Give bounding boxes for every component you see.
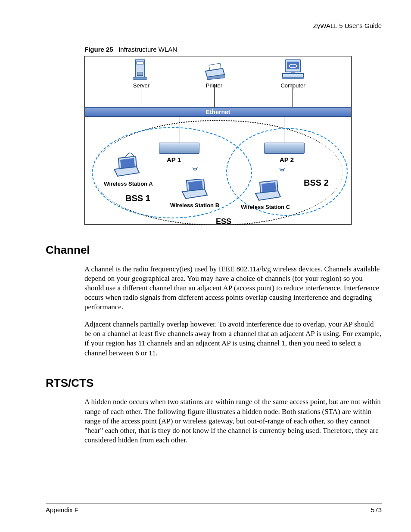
wireless-station-a-icon — [111, 156, 141, 180]
ethernet-bus: Ethernet — [85, 107, 351, 117]
server-label: Server — [128, 82, 155, 90]
wireless-station-a-label: Wireless Station A — [104, 180, 153, 188]
svg-rect-18 — [283, 77, 303, 79]
svg-rect-14 — [287, 62, 299, 69]
svg-rect-1 — [137, 62, 143, 64]
section-heading-channel: Channel — [46, 243, 382, 258]
section-heading-rtscts: RTS/CTS — [46, 376, 382, 391]
paragraph-rtscts-1: A hidden node occurs when two stations a… — [84, 397, 382, 445]
ap1-icon — [159, 143, 199, 154]
wireless-station-c-label: Wireless Station C — [241, 204, 290, 211]
svg-rect-17 — [283, 74, 303, 77]
ess-label: ESS — [216, 217, 231, 225]
ap2-label: AP 2 — [280, 156, 294, 164]
svg-marker-21 — [114, 167, 139, 176]
printer-icon: Printer — [197, 62, 231, 90]
figure-caption-text: Infrastructure WLAN — [118, 46, 177, 53]
ap2-icon — [264, 143, 305, 154]
bss1-label: BSS 1 — [125, 193, 150, 204]
footer-rule — [46, 504, 382, 504]
wireless-signal-icon — [191, 166, 199, 173]
bss2-label: BSS 2 — [304, 177, 329, 188]
printer-label: Printer — [197, 82, 231, 90]
wireless-station-b-icon — [179, 179, 209, 203]
bss2-oval — [226, 128, 348, 216]
svg-marker-27 — [255, 191, 280, 200]
header-rule — [46, 33, 382, 33]
figure-caption: Figure 25 Infrastructure WLAN — [84, 45, 382, 54]
computer-label: Computer — [278, 82, 308, 90]
svg-rect-9 — [134, 77, 146, 80]
wireless-signal-icon — [278, 167, 286, 174]
wireless-station-c-icon — [252, 180, 282, 205]
page-footer: Appendix F 573 — [46, 504, 382, 514]
footer-left: Appendix F — [46, 506, 78, 514]
footer-right: 573 — [371, 506, 382, 514]
computer-icon: Computer — [278, 59, 308, 90]
paragraph-channel-1: A channel is the radio frequency(ies) us… — [84, 264, 382, 312]
wireless-signal-icon — [125, 151, 135, 159]
paragraph-channel-2: Adjacent channels partially overlap howe… — [84, 320, 382, 358]
ap1-label: AP 1 — [167, 156, 181, 164]
wireless-station-b-label: Wireless Station B — [170, 202, 219, 209]
server-icon: Server — [128, 59, 155, 90]
figure-caption-label: Figure 25 — [84, 46, 113, 53]
figure-infrastructure-wlan: Server Printer Computer Ethernet — [84, 56, 352, 225]
svg-marker-24 — [182, 189, 207, 199]
page-header: ZyWALL 5 User's Guide — [46, 22, 382, 30]
